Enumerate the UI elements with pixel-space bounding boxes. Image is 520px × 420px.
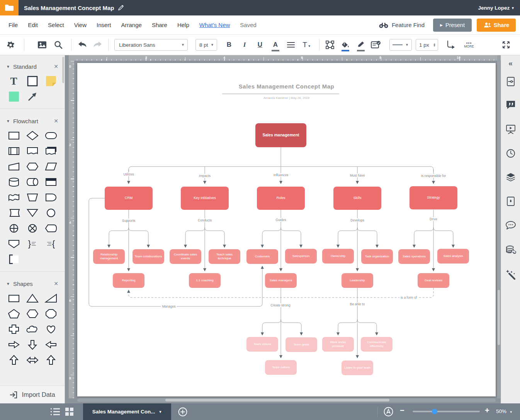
page-list-icon[interactable]: [50, 408, 60, 416]
caret-down-icon[interactable]: ▼: [6, 119, 10, 123]
shape-heart[interactable]: [42, 323, 60, 335]
layers-icon[interactable]: [506, 172, 516, 182]
shape-sticky-note[interactable]: [42, 75, 60, 87]
theme-styles-icon[interactable]: [506, 196, 515, 206]
shape-multiple-documents[interactable]: [42, 145, 60, 157]
document-settings-icon[interactable]: [506, 77, 515, 87]
undo-button[interactable]: [76, 35, 89, 55]
shape-display[interactable]: [42, 223, 60, 234]
shape-arrow-left[interactable]: [42, 339, 60, 350]
data-linking-icon[interactable]: [505, 245, 516, 255]
zoom-out-button[interactable]: −: [400, 406, 404, 415]
menu-view[interactable]: View: [74, 22, 87, 28]
shape-process[interactable]: [5, 130, 23, 141]
node-relationship-management[interactable]: Relationship management: [93, 249, 125, 264]
node-sales-management[interactable]: Sales management: [255, 123, 306, 147]
menu-arrange[interactable]: Arrange: [121, 22, 142, 28]
zoom-slider-knob[interactable]: [432, 409, 437, 414]
shape-data-button[interactable]: [369, 35, 382, 55]
shape-octagon[interactable]: [42, 308, 60, 320]
shape-brace-note-right[interactable]: }: [23, 238, 42, 250]
node-sales-managers[interactable]: Sales managers: [265, 273, 297, 288]
shape-text[interactable]: T: [5, 75, 23, 87]
shape-terminator[interactable]: [42, 130, 60, 141]
bold-button[interactable]: B: [223, 35, 235, 55]
node-customers[interactable]: Customers: [246, 249, 278, 264]
shape-rectangle[interactable]: [5, 292, 23, 304]
menu-file[interactable]: File: [8, 22, 18, 28]
node-teach-sales-technique[interactable]: Teach sales technique: [209, 249, 240, 264]
account-menu[interactable]: Jenny Lopez ▼: [478, 5, 515, 11]
node-strategy[interactable]: Strategy: [410, 186, 457, 209]
shape-merge[interactable]: [23, 207, 42, 219]
shape-stored-data[interactable]: [5, 207, 23, 219]
line-color-button[interactable]: [355, 35, 367, 55]
zoom-in-button[interactable]: +: [485, 406, 489, 415]
node-sales-analysis[interactable]: Sales analysis: [437, 249, 469, 264]
node-key-initiatives[interactable]: Key intitiatives: [181, 187, 229, 210]
shape-arrow-down[interactable]: [23, 339, 42, 350]
shape-database[interactable]: [5, 176, 23, 188]
node-task-organization[interactable]: Task organization: [361, 249, 393, 264]
node-communicate-effectively[interactable]: Communicate effectively: [361, 337, 393, 352]
shape-hexagon[interactable]: [23, 308, 42, 320]
pan-navigator-icon[interactable]: [384, 407, 393, 417]
shape-manual-operation[interactable]: [23, 192, 42, 203]
line-style-select[interactable]: ▼: [389, 35, 412, 55]
shape-paper-tape[interactable]: [5, 192, 23, 203]
shape-off-page-connector[interactable]: [5, 238, 23, 250]
shape-image-placeholder[interactable]: [5, 91, 23, 102]
node-team-culture[interactable]: Team culture: [265, 360, 297, 375]
canvas-vertical-scrollbar[interactable]: [497, 55, 500, 398]
more-tools-button[interactable]: ••• MORE: [461, 35, 478, 55]
node-coordinate-sales-events[interactable]: Coordinate sales events: [170, 249, 201, 264]
search-shapes-button[interactable]: [52, 35, 65, 55]
fill-color-button[interactable]: [339, 35, 352, 55]
node-team-visions[interactable]: Team visions: [246, 337, 278, 352]
comments-icon[interactable]: [506, 221, 516, 230]
presentation-icon[interactable]: [506, 124, 516, 134]
shape-cross[interactable]: [5, 323, 23, 335]
font-size-select[interactable]: 8 pt ▼: [195, 35, 217, 55]
panel-scrollbar[interactable]: [62, 57, 64, 83]
menu-insert[interactable]: Insert: [97, 22, 111, 28]
page-grid-icon[interactable]: [65, 407, 74, 416]
shape-cloud[interactable]: [23, 323, 42, 335]
underline-button[interactable]: U: [254, 35, 266, 55]
canvas-horizontal-scrollbar[interactable]: [77, 398, 496, 402]
node-listen-to-your-team[interactable]: Listen to your team: [342, 360, 373, 375]
shape-pentagon[interactable]: [5, 308, 23, 320]
node-reporting[interactable]: Reporting: [113, 273, 144, 288]
shape-decision[interactable]: [23, 130, 42, 141]
import-data-button[interactable]: Import Data: [0, 386, 65, 403]
menu-edit[interactable]: Edit: [28, 22, 38, 28]
menu-help[interactable]: Help: [177, 22, 189, 28]
shape-manual-input[interactable]: [5, 161, 23, 172]
share-button[interactable]: Share: [477, 19, 516, 32]
text-align-button[interactable]: [285, 35, 297, 55]
close-icon[interactable]: ✕: [54, 63, 58, 70]
stepper-arrows[interactable]: ▲▼: [433, 43, 436, 47]
shape-right-triangle[interactable]: [42, 292, 60, 304]
shape-connector[interactable]: [42, 207, 60, 219]
feature-find-button[interactable]: Feature Find: [379, 22, 425, 29]
shape-line-arrow[interactable]: [23, 91, 42, 102]
collapse-panel-icon[interactable]: «: [508, 59, 513, 68]
node-work-under-pressure[interactable]: Work under pressure: [322, 337, 354, 352]
node-roles[interactable]: Roles: [257, 187, 305, 210]
menu-share[interactable]: Share: [152, 22, 167, 28]
node-deal-reviews[interactable]: Deal reviews: [418, 273, 449, 288]
text-options-button[interactable]: T ▼: [301, 35, 313, 55]
shape-or[interactable]: [5, 223, 23, 234]
shape-direct-access-storage[interactable]: [23, 176, 42, 188]
insert-image-button[interactable]: [36, 35, 49, 55]
rename-pencil-icon[interactable]: [118, 5, 124, 11]
close-icon[interactable]: ✕: [54, 118, 58, 124]
shape-summing-junction[interactable]: [23, 223, 42, 234]
shape-rectangle-standard[interactable]: [23, 75, 42, 87]
shape-predefined-process[interactable]: [5, 145, 23, 157]
node-skills[interactable]: Skills: [333, 187, 381, 210]
history-clock-icon[interactable]: [506, 149, 515, 158]
shape-delay[interactable]: [42, 192, 60, 203]
shape-arrow-left-right[interactable]: [23, 354, 42, 366]
